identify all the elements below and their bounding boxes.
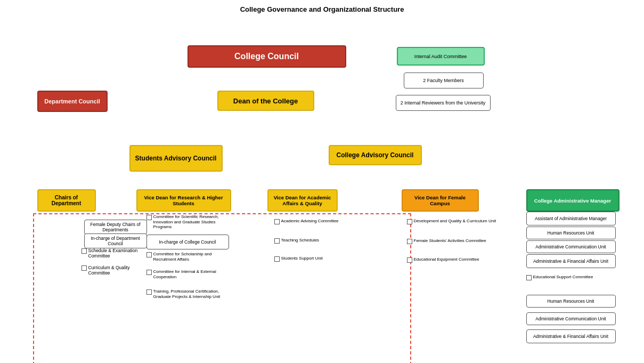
asst-admin-manager-box: Assistant of Administrative Manager xyxy=(526,212,616,225)
faculty-members-box: 2 Faculty Members xyxy=(404,72,484,88)
incharge-dept-box: In-charge of Department Council xyxy=(84,233,147,248)
dev-quality-checkbox xyxy=(407,219,412,224)
scientific-item: Committee for Scientific Research, Innov… xyxy=(146,214,229,230)
internal-audit-box: Internal Audit Committee xyxy=(397,47,485,66)
admin-manager-box: College Administrative Manager xyxy=(526,189,619,212)
dean-box: Dean of the College xyxy=(217,91,314,111)
educational-equipment-checkbox xyxy=(407,257,412,263)
college-council-box: College Council xyxy=(188,45,346,68)
incharge-college-box: In-charge of College Council xyxy=(146,235,229,249)
scholarship-checkbox xyxy=(146,252,152,257)
dev-quality-item: Development and Quality & Curriculum Uni… xyxy=(407,219,500,224)
educational-equipment-item: Educational Equipment Committee xyxy=(407,257,500,263)
vp-female-box: Vice Dean for Female Campus xyxy=(402,189,479,212)
admin-comm1-box: Administrative Communication Unit xyxy=(526,240,616,253)
page-title: College Governance and Organizational St… xyxy=(3,5,641,13)
hr-unit2-box: Human Resources Unit xyxy=(526,295,616,308)
admin-financial2-box: Administrative & Financial Affairs Unit xyxy=(526,329,616,343)
academic-advising-item: Academic Advising Committee xyxy=(274,219,349,224)
training-checkbox xyxy=(146,289,152,295)
vp-research-box: Vice Dean for Research & Higher Students xyxy=(136,189,231,212)
admin-financial1-box: Administrative & Financial Affairs Unit xyxy=(526,254,616,268)
educational-support-item: Educational Support Committee xyxy=(526,275,616,280)
scientific-checkbox xyxy=(146,215,152,220)
schedule-exam-item: Schedule & Examination Committee xyxy=(81,248,148,259)
curriculum-quality-item: Curriculum & Quality Committee xyxy=(81,265,148,276)
page-container: College Governance and Organizational St… xyxy=(0,0,644,27)
college-advisory-box: College Advisory Council xyxy=(329,145,422,165)
students-support-checkbox xyxy=(274,256,280,262)
female-activities-item: Female Students' Activities Committee xyxy=(407,238,500,244)
hr-unit1-box: Human Resources Unit xyxy=(526,227,616,239)
female-deputy-box: Female Deputy Chairs of Departments xyxy=(84,220,147,235)
internal-external-item: Committee for Internal & External Cooper… xyxy=(146,269,229,279)
students-advisory-box: Students Advisory Council xyxy=(129,145,223,172)
teaching-schedules-item: Teaching Schedules xyxy=(274,238,349,244)
curriculum-quality-checkbox xyxy=(81,265,87,271)
scholarship-item: Committee for Scholarship and Recruitmen… xyxy=(146,252,229,262)
internal-external-checkbox xyxy=(146,270,152,275)
admin-comm2-box: Administrative Communication Unit xyxy=(526,312,616,325)
schedule-exam-checkbox xyxy=(81,248,87,254)
female-activities-checkbox xyxy=(407,239,412,244)
students-support-item: Students Support Unit xyxy=(274,256,349,262)
chairs-dept-box: Chairs of Department xyxy=(37,189,96,212)
educational-support-checkbox xyxy=(526,275,532,280)
vp-academic-box: Vice Dean for Academic Affairs & Quality xyxy=(267,189,338,212)
academic-advising-checkbox xyxy=(274,219,280,224)
internal-reviewers-box: 2 Internal Reviewers from the University xyxy=(396,95,491,111)
training-item: Training, Professional Certification, Gr… xyxy=(146,289,229,299)
teaching-schedules-checkbox xyxy=(274,238,280,244)
dept-council-box: Department Council xyxy=(37,91,108,112)
